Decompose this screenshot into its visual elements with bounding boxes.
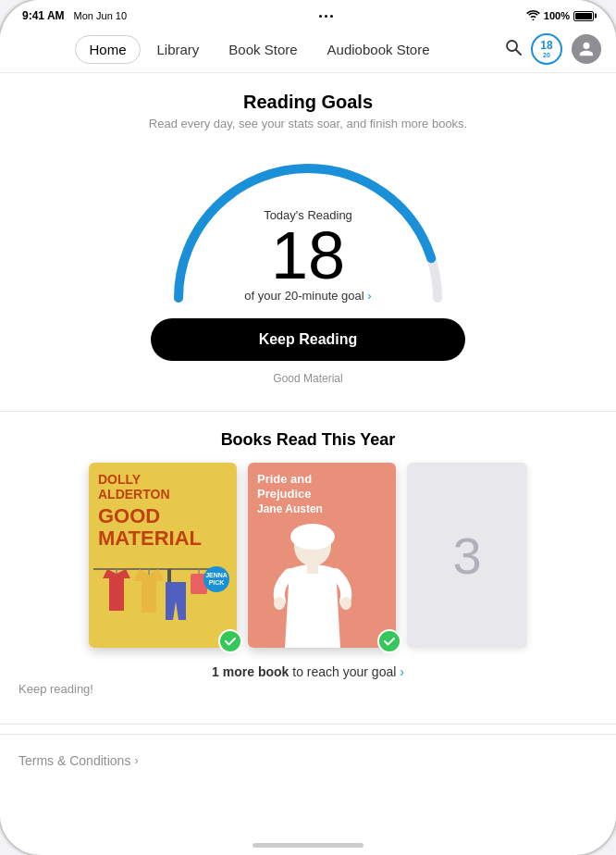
section-divider — [0, 411, 616, 412]
goal-keep-reading: Keep reading! — [18, 682, 598, 696]
profile-icon[interactable] — [572, 34, 601, 64]
gm-dolly: DOLLYALDERTON — [98, 472, 228, 502]
goal-cta: 1 more book to reach your goal › — [18, 664, 598, 679]
gauge-goal-label: of your 20-minute goal — [244, 288, 363, 302]
gauge-goal-chevron[interactable]: › — [367, 288, 371, 302]
nav-right: 18 20 — [505, 33, 601, 65]
book-pride-prejudice[interactable]: Pride andPrejudice Jane Austen — [248, 463, 396, 648]
reading-goals-subtitle: Read every day, see your stats soar, and… — [18, 117, 598, 130]
nav-item-audiobookstore[interactable]: Audiobook Store — [314, 36, 443, 63]
good-material-design: DOLLYALDERTON GOODMATERIAL — [89, 463, 237, 648]
books-section-title: Books Read This Year — [18, 430, 598, 450]
status-right: 100% — [526, 10, 594, 22]
badge-content: 18 20 — [540, 40, 552, 59]
time-display: 9:41 AM — [22, 9, 65, 22]
status-bar: 9:41 AM Mon Jun 10 100% — [0, 0, 616, 26]
nav-item-library[interactable]: Library — [144, 36, 213, 63]
placeholder-number: 3 — [452, 526, 481, 586]
pride-prejudice-completed-badge — [377, 629, 401, 653]
wifi-icon — [526, 10, 540, 22]
checkmark-icon — [224, 635, 237, 648]
top-nav: Home Library Book Store Audiobook Store … — [0, 26, 616, 73]
pp-title: Pride andPrejudice — [257, 472, 387, 501]
battery-display: 100% — [544, 10, 570, 21]
book-good-material[interactable]: DOLLYALDERTON GOODMATERIAL — [89, 463, 237, 648]
device-frame: 9:41 AM Mon Jun 10 100% Home Library Boo… — [0, 0, 616, 855]
dot1 — [319, 15, 322, 18]
svg-rect-10 — [307, 563, 318, 574]
good-material-cover: DOLLYALDERTON GOODMATERIAL — [89, 463, 237, 648]
checkmark-icon-2 — [383, 635, 396, 648]
terms-divider — [0, 724, 616, 725]
pp-author: Jane Austen — [257, 502, 387, 515]
books-section: Books Read This Year DOLLYALDERTON GOODM… — [0, 421, 616, 714]
terms-section: Terms & Conditions › — [0, 734, 616, 777]
status-time: 9:41 AM Mon Jun 10 — [22, 9, 127, 22]
battery-fill — [575, 13, 592, 19]
status-dots — [319, 15, 333, 18]
gm-illustration — [89, 546, 218, 648]
reading-goals-title: Reading Goals — [18, 92, 598, 113]
goal-cta-strong: 1 more book — [212, 664, 289, 679]
dot3 — [330, 15, 333, 18]
main-content: Reading Goals Read every day, see your s… — [0, 73, 616, 839]
gm-badge: JENNAPICK — [203, 566, 229, 592]
book-placeholder-3: 3 — [407, 463, 527, 648]
badge-sub: 20 — [540, 52, 552, 59]
pp-illustration — [248, 518, 377, 648]
svg-point-12 — [340, 597, 351, 610]
gauge-minutes: 18 — [244, 221, 371, 288]
nav-item-home[interactable]: Home — [75, 35, 140, 64]
nav-item-bookstore[interactable]: Book Store — [216, 36, 310, 63]
pride-prejudice-cover: Pride andPrejudice Jane Austen — [248, 463, 396, 648]
nav-items: Home Library Book Store Audiobook Store — [15, 35, 503, 64]
reading-goals-section: Reading Goals Read every day, see your s… — [0, 73, 616, 402]
svg-point-9 — [290, 524, 335, 550]
terms-label: Terms & Conditions — [18, 753, 130, 768]
date-display: Mon Jun 10 — [74, 10, 127, 21]
keep-reading-button[interactable]: Keep Reading — [151, 318, 465, 361]
gauge-text: Today's Reading 18 of your 20-minute goa… — [244, 207, 371, 302]
goal-cta-suffix: to reach your goal — [289, 664, 400, 679]
terms-chevron: › — [134, 754, 138, 767]
search-icon[interactable] — [505, 39, 522, 60]
gauge-goal-text: of your 20-minute goal › — [244, 288, 371, 302]
badge-number: 18 — [540, 40, 552, 52]
books-grid: DOLLYALDERTON GOODMATERIAL — [18, 463, 598, 648]
keep-reading-subtitle: Good Material — [18, 372, 598, 385]
reading-progress-badge[interactable]: 18 20 — [531, 33, 562, 65]
bottom-spacer — [0, 777, 616, 833]
good-material-completed-badge — [218, 629, 242, 653]
goal-chevron[interactable]: › — [400, 664, 404, 679]
terms-link[interactable]: Terms & Conditions › — [18, 753, 598, 768]
battery-icon — [573, 11, 594, 21]
user-icon — [578, 41, 595, 57]
gm-good: GOODMATERIAL — [98, 505, 228, 550]
reading-gauge: Today's Reading 18 of your 20-minute goa… — [160, 145, 456, 307]
home-indicator[interactable] — [253, 843, 363, 848]
pride-cover-design: Pride andPrejudice Jane Austen — [248, 463, 396, 648]
svg-point-11 — [274, 597, 285, 610]
svg-point-0 — [507, 41, 517, 51]
svg-rect-5 — [167, 569, 171, 582]
svg-line-1 — [516, 50, 521, 55]
dot2 — [325, 15, 327, 18]
